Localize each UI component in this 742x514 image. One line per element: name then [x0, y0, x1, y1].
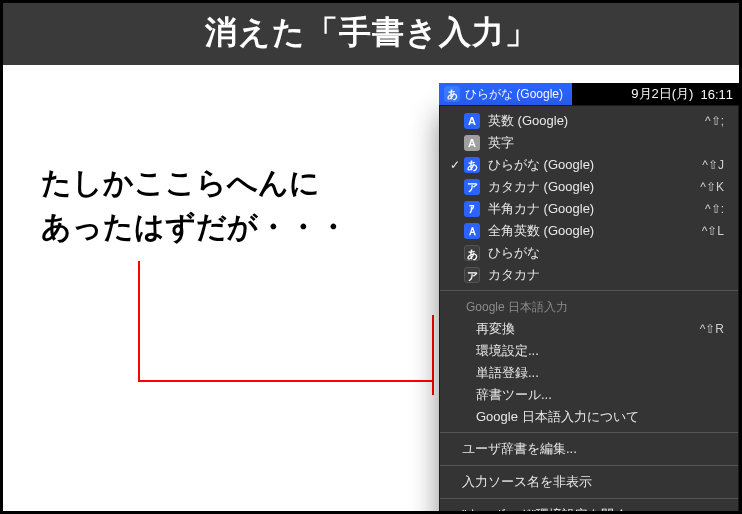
menubar-ime-indicator[interactable]: あ ひらがな (Google): [439, 83, 572, 105]
google-ime-item[interactable]: 環境設定...: [440, 340, 738, 362]
ime-badge-icon: あ: [444, 86, 460, 102]
menu-item-hide-source-name[interactable]: 入力ソース名を非表示: [440, 470, 738, 494]
ime-source-item[interactable]: A英数 (Google)^⇧;: [440, 110, 738, 132]
ime-source-item[interactable]: アカタカナ (Google)^⇧K: [440, 176, 738, 198]
source-badge-icon: ア: [464, 267, 480, 283]
source-badge-icon: A: [464, 135, 480, 151]
screenshot-frame: 消えた「手書き入力」 たしかここらへんに あったはずだが・・・ あ ひらがな (…: [0, 0, 742, 514]
source-badge-icon: あ: [464, 245, 480, 261]
menu-item-label: Google 日本語入力について: [476, 408, 724, 426]
source-badge-icon: ア: [464, 179, 480, 195]
annotation-bracket: [133, 261, 443, 401]
source-label: カタカナ (Google): [488, 178, 692, 196]
ime-source-item[interactable]: あひらがな: [440, 242, 738, 264]
source-label: ひらがな: [488, 244, 724, 262]
menu-item-label: 環境設定...: [476, 342, 724, 360]
source-label: 英数 (Google): [488, 112, 697, 130]
content-area: たしかここらへんに あったはずだが・・・ あ ひらがな (Google) 9月2…: [3, 65, 739, 514]
ime-source-item[interactable]: ｱ半角カナ (Google)^⇧:: [440, 198, 738, 220]
shortcut-label: ^⇧R: [700, 322, 724, 336]
google-ime-item[interactable]: 辞書ツール...: [440, 384, 738, 406]
shortcut-label: ^⇧J: [702, 158, 724, 172]
source-label: 英字: [488, 134, 724, 152]
ime-source-item[interactable]: アカタカナ: [440, 264, 738, 286]
google-ime-item[interactable]: Google 日本語入力について: [440, 406, 738, 428]
menubar-date[interactable]: 9月2日(月): [628, 85, 696, 103]
menu-item-edit-user-dict[interactable]: ユーザ辞書を編集...: [440, 437, 738, 461]
google-ime-item[interactable]: 単語登録...: [440, 362, 738, 384]
source-label: ひらがな (Google): [488, 156, 694, 174]
google-section-label: Google 日本語入力: [440, 295, 738, 318]
source-badge-icon: あ: [464, 157, 480, 173]
source-label: カタカナ: [488, 266, 724, 284]
source-badge-icon: A: [464, 113, 480, 129]
page-title: 消えた「手書き入力」: [3, 3, 739, 65]
google-ime-item[interactable]: 再変換^⇧R: [440, 318, 738, 340]
menubar: あ ひらがな (Google) 9月2日(月) 16:11: [439, 83, 739, 105]
source-label: 半角カナ (Google): [488, 200, 697, 218]
shortcut-label: ^⇧L: [702, 224, 724, 238]
menu-item-label: 単語登録...: [476, 364, 724, 382]
ime-dropdown: A英数 (Google)^⇧;A英字✓あひらがな (Google)^⇧Jアカタカ…: [439, 105, 739, 514]
checkmark-icon: ✓: [448, 158, 462, 172]
shortcut-label: ^⇧;: [705, 114, 724, 128]
annotation-caption: たしかここらへんに あったはずだが・・・: [41, 161, 348, 248]
ime-source-item[interactable]: Ａ全角英数 (Google)^⇧L: [440, 220, 738, 242]
source-badge-icon: Ａ: [464, 223, 480, 239]
source-label: 全角英数 (Google): [488, 222, 694, 240]
ime-label: ひらがな (Google): [465, 86, 563, 103]
shortcut-label: ^⇧:: [705, 202, 724, 216]
shortcut-label: ^⇧K: [700, 180, 724, 194]
menu-separator: [440, 498, 738, 499]
ime-source-item[interactable]: A英字: [440, 132, 738, 154]
menubar-time[interactable]: 16:11: [696, 87, 739, 102]
source-badge-icon: ｱ: [464, 201, 480, 217]
menu-item-open-keyboard-prefs[interactable]: "キーボード"環境設定を開く...: [440, 503, 738, 514]
menu-separator: [440, 290, 738, 291]
menu-separator: [440, 465, 738, 466]
menu-item-label: 辞書ツール...: [476, 386, 724, 404]
menu-item-label: 再変換: [476, 320, 692, 338]
menu-separator: [440, 432, 738, 433]
ime-source-item[interactable]: ✓あひらがな (Google)^⇧J: [440, 154, 738, 176]
